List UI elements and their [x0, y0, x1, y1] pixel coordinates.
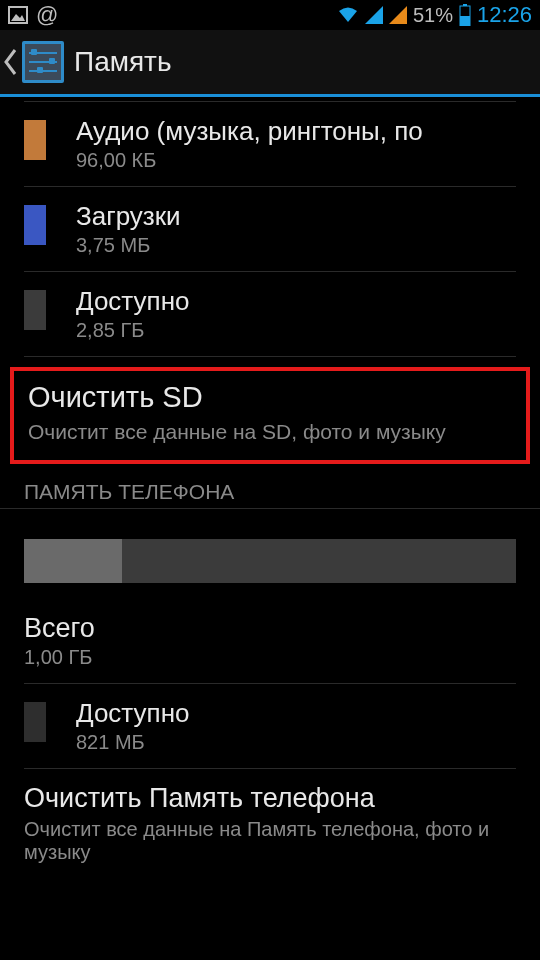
storage-item-title: Загрузки	[76, 201, 181, 232]
phone-available-item[interactable]: Доступно 821 МБ	[0, 684, 540, 768]
wifi-icon	[337, 6, 359, 24]
color-chip	[24, 702, 46, 742]
picture-icon	[8, 6, 28, 24]
page-title: Память	[74, 46, 172, 78]
color-chip	[24, 290, 46, 330]
storage-item[interactable]: Доступно2,85 ГБ	[0, 272, 540, 356]
svg-marker-1	[11, 14, 25, 21]
clear-sd-item[interactable]: Очистить SD Очистит все данные на SD, фо…	[10, 367, 530, 464]
status-bar: @ 51% 12:26	[0, 0, 540, 30]
storage-item-title: Аудио (музыка, рингтоны, по	[76, 116, 423, 147]
svg-marker-3	[389, 6, 407, 24]
at-icon: @	[36, 2, 58, 28]
battery-percent: 51%	[413, 4, 453, 27]
svg-marker-2	[365, 6, 383, 24]
phone-total-item[interactable]: Всего 1,00 ГБ	[0, 613, 540, 683]
signal-sim2-icon	[389, 6, 407, 24]
color-chip	[24, 205, 46, 245]
svg-rect-6	[460, 16, 470, 26]
storage-item[interactable]: Аудио (музыка, рингтоны, по96,00 КБ	[0, 102, 540, 186]
signal-sim1-icon	[365, 6, 383, 24]
storage-list: Аудио (музыка, рингтоны, по96,00 КБЗагру…	[0, 102, 540, 357]
phone-available-title: Доступно	[76, 698, 189, 729]
storage-item-sub: 2,85 ГБ	[76, 319, 189, 342]
phone-available-sub: 821 МБ	[76, 731, 189, 754]
phone-usage-used	[24, 539, 122, 583]
content: Аудио (музыка, рингтоны, по96,00 КБЗагру…	[0, 97, 540, 878]
section-header-phone: ПАМЯТЬ ТЕЛЕФОНА	[0, 470, 540, 509]
battery-icon	[459, 4, 471, 26]
storage-item-sub: 96,00 КБ	[76, 149, 423, 172]
clear-sd-title: Очистить SD	[28, 381, 512, 414]
clock: 12:26	[477, 2, 532, 28]
phone-usage-bar	[24, 539, 516, 583]
clear-phone-item[interactable]: Очистить Память телефона Очистит все дан…	[0, 769, 540, 878]
storage-item[interactable]: Загрузки3,75 МБ	[0, 187, 540, 271]
back-icon[interactable]	[0, 48, 20, 76]
clear-phone-title: Очистить Память телефона	[24, 783, 516, 814]
storage-item-title: Доступно	[76, 286, 189, 317]
clear-phone-sub: Очистит все данные на Память телефона, ф…	[24, 818, 516, 864]
phone-total-sub: 1,00 ГБ	[24, 646, 516, 669]
storage-item-sub: 3,75 МБ	[76, 234, 181, 257]
phone-total-title: Всего	[24, 613, 516, 644]
action-bar[interactable]: Память	[0, 30, 540, 97]
clear-sd-sub: Очистит все данные на SD, фото и музыку	[28, 420, 512, 444]
divider	[24, 356, 516, 357]
color-chip	[24, 120, 46, 160]
phone-usage-bar-wrap[interactable]	[0, 509, 540, 613]
settings-icon	[22, 41, 64, 83]
